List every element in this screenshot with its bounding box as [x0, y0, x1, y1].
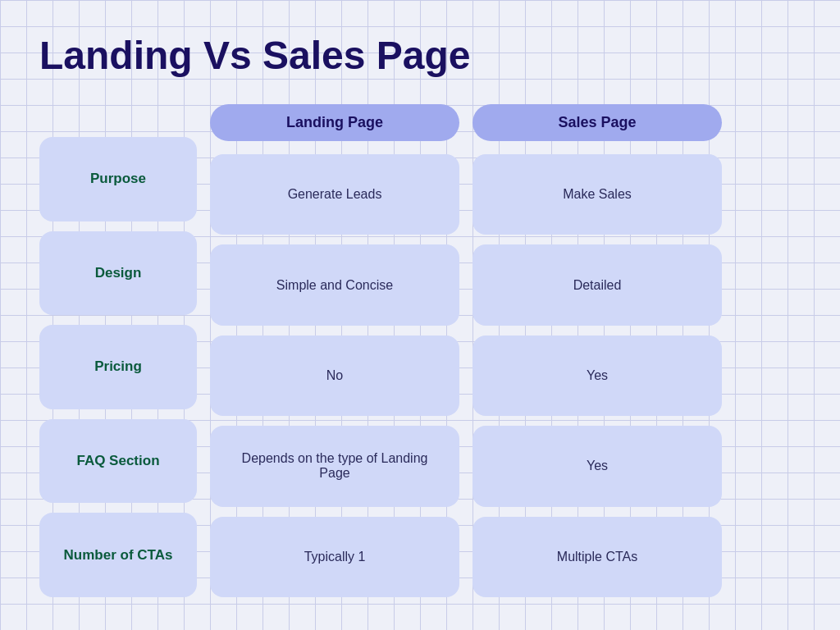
- sales-cell-4: Multiple CTAs: [472, 517, 722, 597]
- sales-column-header: Sales Page: [472, 104, 722, 141]
- label-cell-3: FAQ Section: [39, 419, 197, 504]
- landing-cell-1: Simple and Concise: [210, 244, 459, 325]
- sales-cell-2: Yes: [472, 336, 722, 416]
- comparison-table: PurposeDesignPricingFAQ SectionNumber of…: [39, 104, 801, 597]
- landing-column: Landing Page Generate LeadsSimple and Co…: [203, 104, 466, 597]
- page-title: Landing Vs Sales Page: [39, 33, 801, 78]
- label-cell-4: Number of CTAs: [39, 513, 197, 597]
- sales-cell-3: Yes: [472, 426, 722, 506]
- label-cell-2: Pricing: [39, 325, 197, 409]
- label-cell-1: Design: [39, 231, 197, 316]
- sales-cell-0: Make Sales: [472, 154, 722, 235]
- landing-cell-0: Generate Leads: [210, 154, 459, 235]
- label-column: PurposeDesignPricingFAQ SectionNumber of…: [39, 104, 203, 597]
- landing-cell-2: No: [210, 336, 459, 416]
- sales-column: Sales Page Make SalesDetailedYesYesMulti…: [466, 104, 728, 597]
- landing-cell-3: Depends on the type of Landing Page: [210, 426, 459, 506]
- label-cell-0: Purpose: [39, 137, 197, 221]
- landing-cell-4: Typically 1: [210, 517, 459, 597]
- sales-cell-1: Detailed: [472, 244, 722, 325]
- landing-column-header: Landing Page: [210, 104, 459, 141]
